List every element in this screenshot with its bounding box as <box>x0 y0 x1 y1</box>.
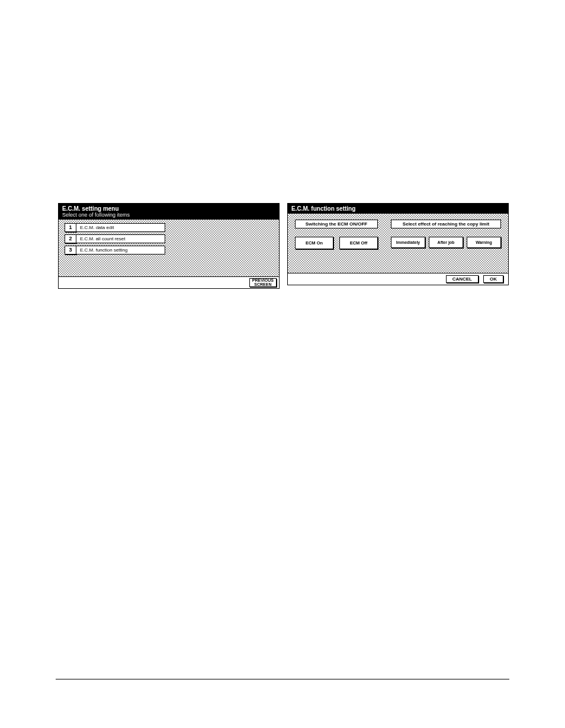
warning-button[interactable]: Warning <box>467 237 501 248</box>
after-job-button[interactable]: After job <box>429 237 463 248</box>
menu-item-label: E.C.M. all count reset <box>76 234 165 243</box>
ecm-setting-menu-panel-wrap: E.C.M. setting menu Select one of follow… <box>58 203 280 289</box>
immediately-button[interactable]: Immediately <box>391 237 425 248</box>
menu-item-number: 1 <box>65 223 76 232</box>
switch-ecm-label: Switching the ECM ON/OFF <box>295 220 378 228</box>
ecm-function-body: Switching the ECM ON/OFF ECM On ECM Off … <box>288 214 508 273</box>
menu-item-label: E.C.M. function setting <box>76 246 165 255</box>
previous-screen-line1: PREVIOUS <box>252 278 274 282</box>
panel-title: E.C.M. function setting <box>291 205 355 212</box>
ecm-menu-body: 1 E.C.M. data edit 2 E.C.M. all count re… <box>59 220 279 276</box>
panel-title: E.C.M. setting menu <box>62 205 119 212</box>
page-footer-rule <box>56 679 509 679</box>
menu-item-function-setting[interactable]: 3 E.C.M. function setting <box>65 246 165 255</box>
copy-limit-effect-group: Select effect of reaching the copy limit… <box>391 220 501 273</box>
previous-screen-button[interactable]: PREVIOUS SCREEN <box>249 278 277 287</box>
panel-subtitle: Select one of following items <box>62 212 275 218</box>
menu-item-all-count-reset[interactable]: 2 E.C.M. all count reset <box>65 234 165 243</box>
previous-screen-line2: SCREEN <box>252 282 274 286</box>
panel-title-bar: E.C.M. function setting <box>288 204 508 214</box>
menu-item-label: E.C.M. data edit <box>76 223 165 232</box>
menu-item-data-edit[interactable]: 1 E.C.M. data edit <box>65 223 165 232</box>
panel-title-bar: E.C.M. setting menu Select one of follow… <box>59 204 279 220</box>
menu-item-number: 3 <box>65 246 76 255</box>
ecm-function-setting-panel-wrap: E.C.M. function setting Switching the EC… <box>287 203 509 285</box>
copy-limit-effect-label: Select effect of reaching the copy limit <box>391 220 501 228</box>
cancel-button[interactable]: CANCEL <box>446 275 479 283</box>
ecm-function-setting-panel: E.C.M. function setting Switching the EC… <box>287 203 509 285</box>
menu-item-number: 2 <box>65 234 76 243</box>
ecm-off-button[interactable]: ECM Off <box>339 237 378 249</box>
copy-limit-effect-options: Immediately After job Warning <box>391 237 501 248</box>
ecm-menu-footer: PREVIOUS SCREEN <box>59 276 279 288</box>
switch-ecm-group: Switching the ECM ON/OFF ECM On ECM Off <box>295 220 378 273</box>
switch-ecm-options: ECM On ECM Off <box>295 237 378 249</box>
ok-button[interactable]: OK <box>483 275 503 283</box>
ecm-function-footer: CANCEL OK <box>288 273 508 285</box>
ecm-setting-menu-panel: E.C.M. setting menu Select one of follow… <box>58 203 280 289</box>
page: E.C.M. setting menu Select one of follow… <box>0 0 565 728</box>
ecm-on-button[interactable]: ECM On <box>295 237 333 249</box>
